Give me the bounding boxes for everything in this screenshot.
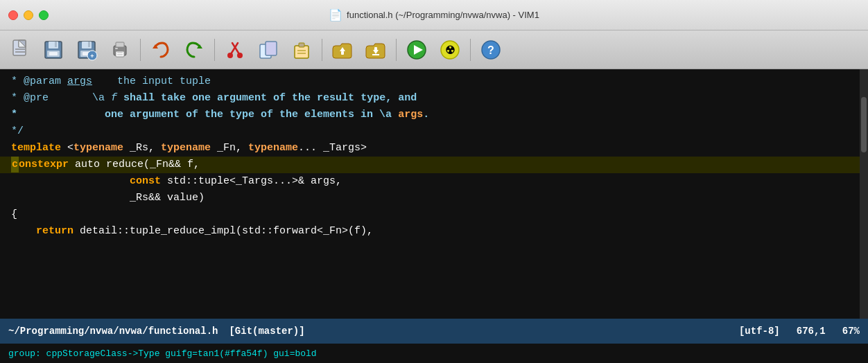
status-encoding: [utf-8] bbox=[739, 326, 780, 337]
paste-button[interactable] bbox=[287, 35, 316, 64]
svg-rect-32 bbox=[299, 43, 304, 47]
new-file-button[interactable] bbox=[6, 35, 35, 64]
editor-content: * @param args the input tuple * @pre \a … bbox=[0, 69, 860, 319]
title-bar: 📄 functional.h (~/Programming/nvwa/nvwa)… bbox=[0, 0, 868, 30]
download-button[interactable] bbox=[361, 35, 390, 64]
code-line-9: { bbox=[0, 206, 860, 223]
upload-button[interactable] bbox=[328, 35, 357, 64]
svg-point-27 bbox=[227, 53, 233, 58]
svg-rect-9 bbox=[49, 52, 58, 55]
svg-text:☢: ☢ bbox=[445, 44, 455, 56]
status-right: [utf-8] 676,1 67% bbox=[739, 326, 860, 337]
code-line-3: * one argument of the type of the elemen… bbox=[0, 107, 860, 123]
minimize-button[interactable] bbox=[24, 10, 33, 20]
svg-rect-20 bbox=[115, 48, 118, 49]
code-line-8: _Rs&& value) bbox=[0, 190, 860, 206]
maximize-button[interactable] bbox=[39, 10, 49, 20]
svg-rect-36 bbox=[341, 51, 344, 55]
separator-1 bbox=[140, 39, 141, 61]
separator-4 bbox=[396, 39, 397, 61]
save-button[interactable] bbox=[39, 35, 68, 64]
separator-2 bbox=[214, 39, 215, 61]
code-line-7: const std::tuple<_Targs...>& args, bbox=[0, 173, 860, 190]
close-button[interactable] bbox=[8, 10, 18, 20]
editor-wrapper: * @param args the input tuple * @pre \a … bbox=[0, 69, 868, 319]
editor-main[interactable]: * @param args the input tuple * @pre \a … bbox=[0, 69, 860, 319]
code-line-4: */ bbox=[0, 123, 860, 140]
title-text-label: functional.h (~/Programming/nvwa/nvwa) -… bbox=[347, 10, 539, 20]
svg-rect-7 bbox=[55, 42, 57, 47]
code-line-5: template <typename _Rs, typename _Fn, ty… bbox=[0, 140, 860, 157]
cut-button[interactable] bbox=[220, 35, 250, 64]
info-text: group: cppStorageClass->Type guifg=tan1(… bbox=[8, 348, 317, 359]
svg-rect-19 bbox=[116, 51, 124, 57]
svg-line-26 bbox=[231, 43, 238, 54]
code-line-6: constexpr auto reduce(_Fn&& f, bbox=[0, 157, 860, 173]
undo-button[interactable] bbox=[146, 35, 175, 64]
status-git: [Git(master)] bbox=[229, 326, 304, 337]
svg-rect-12 bbox=[88, 42, 90, 47]
svg-text:+: + bbox=[90, 53, 94, 60]
svg-rect-30 bbox=[266, 42, 277, 55]
status-position: 676,1 bbox=[797, 326, 826, 337]
svg-rect-18 bbox=[116, 42, 124, 47]
status-path: ~/Programming/nvwa/nvwa/functional.h bbox=[8, 326, 218, 337]
toolbar: + bbox=[0, 30, 868, 69]
save-as-button[interactable]: + bbox=[72, 35, 101, 64]
status-percent: 67% bbox=[842, 326, 860, 337]
svg-point-28 bbox=[237, 53, 243, 58]
print-button[interactable] bbox=[105, 35, 134, 64]
info-bar: group: cppStorageClass->Type guifg=tan1(… bbox=[0, 344, 868, 363]
status-bar: ~/Programming/nvwa/nvwa/functional.h [Gi… bbox=[0, 319, 868, 344]
svg-text:?: ? bbox=[487, 44, 494, 56]
separator-3 bbox=[322, 39, 322, 61]
code-line-1: * @param args the input tuple bbox=[0, 73, 860, 90]
help-button[interactable]: ? bbox=[476, 35, 505, 64]
file-icon: 📄 bbox=[329, 8, 342, 21]
code-line-2: * @pre \a f shall take one argument of t… bbox=[0, 90, 860, 107]
scrollbar[interactable] bbox=[860, 69, 868, 319]
separator-5 bbox=[470, 39, 471, 61]
scrollbar-thumb[interactable] bbox=[861, 97, 867, 152]
burn-button[interactable]: ☢ bbox=[435, 35, 465, 64]
copy-button[interactable] bbox=[254, 35, 283, 64]
traffic-lights bbox=[8, 10, 49, 20]
code-line-10: return detail::tuple_reduce_impl(std::fo… bbox=[0, 223, 860, 240]
redo-button[interactable] bbox=[180, 35, 209, 64]
svg-line-25 bbox=[232, 43, 239, 54]
run-button[interactable] bbox=[402, 35, 431, 64]
svg-rect-31 bbox=[295, 46, 309, 58]
window-title: 📄 functional.h (~/Programming/nvwa/nvwa)… bbox=[329, 8, 539, 21]
